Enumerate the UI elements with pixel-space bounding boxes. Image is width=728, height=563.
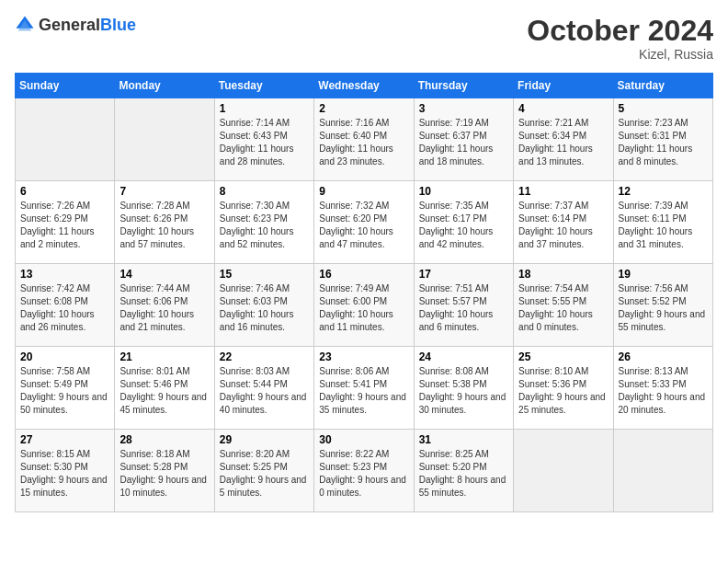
calendar-cell [115, 98, 214, 181]
calendar-cell: 31Sunrise: 8:25 AMSunset: 5:20 PMDayligh… [414, 430, 513, 512]
day-number: 18 [518, 268, 608, 281]
day-detail: Sunrise: 7:37 AMSunset: 6:14 PMDaylight:… [518, 200, 608, 251]
day-number: 17 [419, 268, 508, 281]
day-detail: Sunrise: 8:03 AMSunset: 5:44 PMDaylight:… [220, 365, 309, 417]
calendar-cell: 2Sunrise: 7:16 AMSunset: 6:40 PMDaylight… [314, 98, 414, 181]
day-detail: Sunrise: 7:28 AMSunset: 6:26 PMDaylight:… [119, 200, 209, 251]
logo-text-blue: Blue [100, 16, 136, 34]
day-number: 14 [119, 268, 209, 281]
calendar-week-4: 20Sunrise: 7:58 AMSunset: 5:49 PMDayligh… [16, 347, 713, 430]
day-detail: Sunrise: 7:42 AMSunset: 6:08 PMDaylight:… [20, 282, 109, 334]
day-detail: Sunrise: 7:30 AMSunset: 6:23 PMDaylight:… [220, 200, 309, 251]
calendar-cell: 29Sunrise: 8:20 AMSunset: 5:25 PMDayligh… [214, 430, 313, 512]
day-number: 2 [319, 102, 408, 115]
calendar-cell: 4Sunrise: 7:21 AMSunset: 6:34 PMDaylight… [514, 98, 613, 181]
day-detail: Sunrise: 7:21 AMSunset: 6:34 PMDaylight:… [518, 117, 608, 168]
day-detail: Sunrise: 7:44 AMSunset: 6:06 PMDaylight:… [119, 282, 209, 334]
day-number: 30 [319, 433, 408, 446]
calendar-cell: 10Sunrise: 7:35 AMSunset: 6:17 PMDayligh… [414, 181, 513, 264]
calendar-cell: 21Sunrise: 8:01 AMSunset: 5:46 PMDayligh… [115, 347, 214, 430]
day-detail: Sunrise: 7:51 AMSunset: 5:57 PMDaylight:… [419, 282, 508, 334]
day-number: 16 [319, 268, 408, 281]
day-detail: Sunrise: 7:35 AMSunset: 6:17 PMDaylight:… [419, 200, 508, 251]
calendar-cell: 6Sunrise: 7:26 AMSunset: 6:29 PMDaylight… [16, 181, 115, 264]
day-number: 25 [518, 350, 608, 363]
day-number: 24 [419, 350, 508, 363]
day-detail: Sunrise: 7:26 AMSunset: 6:29 PMDaylight:… [20, 200, 109, 251]
day-number: 6 [20, 185, 109, 198]
calendar-cell: 27Sunrise: 8:15 AMSunset: 5:30 PMDayligh… [16, 430, 115, 512]
calendar-cell: 3Sunrise: 7:19 AMSunset: 6:37 PMDaylight… [414, 98, 513, 181]
day-number: 4 [518, 102, 608, 115]
day-detail: Sunrise: 8:15 AMSunset: 5:30 PMDaylight:… [20, 448, 109, 500]
calendar-cell: 28Sunrise: 8:18 AMSunset: 5:28 PMDayligh… [115, 430, 214, 512]
day-number: 12 [619, 185, 708, 198]
day-number: 1 [220, 102, 309, 115]
calendar-cell: 23Sunrise: 8:06 AMSunset: 5:41 PMDayligh… [314, 347, 414, 430]
header-thursday: Thursday [414, 74, 513, 98]
calendar-cell: 5Sunrise: 7:23 AMSunset: 6:31 PMDaylight… [613, 98, 712, 181]
day-detail: Sunrise: 8:10 AMSunset: 5:36 PMDaylight:… [518, 365, 608, 417]
calendar-cell: 24Sunrise: 8:08 AMSunset: 5:38 PMDayligh… [414, 347, 513, 430]
calendar-cell: 11Sunrise: 7:37 AMSunset: 6:14 PMDayligh… [514, 181, 613, 264]
day-number: 7 [119, 185, 209, 198]
calendar-week-3: 13Sunrise: 7:42 AMSunset: 6:08 PMDayligh… [16, 264, 713, 347]
calendar-cell [514, 430, 613, 512]
day-detail: Sunrise: 7:14 AMSunset: 6:43 PMDaylight:… [220, 117, 309, 168]
day-detail: Sunrise: 8:18 AMSunset: 5:28 PMDaylight:… [119, 448, 209, 500]
calendar-cell: 7Sunrise: 7:28 AMSunset: 6:26 PMDaylight… [115, 181, 214, 264]
day-number: 3 [419, 102, 508, 115]
day-number: 22 [220, 350, 309, 363]
calendar-table: SundayMondayTuesdayWednesdayThursdayFrid… [15, 73, 713, 512]
day-number: 9 [319, 185, 408, 198]
day-detail: Sunrise: 8:25 AMSunset: 5:20 PMDaylight:… [419, 448, 508, 500]
page-header: GeneralBlue October 2024 Kizel, Russia [15, 15, 713, 62]
day-number: 11 [518, 185, 608, 198]
calendar-cell: 1Sunrise: 7:14 AMSunset: 6:43 PMDaylight… [214, 98, 313, 181]
day-detail: Sunrise: 8:06 AMSunset: 5:41 PMDaylight:… [319, 365, 408, 417]
day-detail: Sunrise: 7:46 AMSunset: 6:03 PMDaylight:… [220, 282, 309, 334]
day-number: 27 [20, 433, 109, 446]
day-detail: Sunrise: 7:56 AMSunset: 5:52 PMDaylight:… [619, 282, 708, 334]
logo-icon [15, 15, 35, 35]
day-number: 5 [619, 102, 708, 115]
header-saturday: Saturday [613, 74, 712, 98]
header-monday: Monday [115, 74, 214, 98]
logo-text-general: General [39, 16, 100, 34]
calendar-cell: 18Sunrise: 7:54 AMSunset: 5:55 PMDayligh… [514, 264, 613, 347]
calendar-cell: 9Sunrise: 7:32 AMSunset: 6:20 PMDaylight… [314, 181, 414, 264]
calendar-cell: 25Sunrise: 8:10 AMSunset: 5:36 PMDayligh… [514, 347, 613, 430]
day-detail: Sunrise: 7:19 AMSunset: 6:37 PMDaylight:… [419, 117, 508, 168]
day-detail: Sunrise: 7:32 AMSunset: 6:20 PMDaylight:… [319, 200, 408, 251]
logo: GeneralBlue [15, 15, 136, 35]
day-detail: Sunrise: 7:23 AMSunset: 6:31 PMDaylight:… [619, 117, 708, 168]
calendar-cell: 13Sunrise: 7:42 AMSunset: 6:08 PMDayligh… [16, 264, 115, 347]
day-number: 20 [20, 350, 109, 363]
day-number: 19 [619, 268, 708, 281]
location: Kizel, Russia [527, 47, 713, 62]
calendar-week-5: 27Sunrise: 8:15 AMSunset: 5:30 PMDayligh… [16, 430, 713, 512]
day-number: 26 [619, 350, 708, 363]
day-number: 10 [419, 185, 508, 198]
day-number: 28 [119, 433, 209, 446]
day-detail: Sunrise: 7:49 AMSunset: 6:00 PMDaylight:… [319, 282, 408, 334]
header-wednesday: Wednesday [314, 74, 414, 98]
day-number: 21 [119, 350, 209, 363]
calendar-week-2: 6Sunrise: 7:26 AMSunset: 6:29 PMDaylight… [16, 181, 713, 264]
calendar-cell: 22Sunrise: 8:03 AMSunset: 5:44 PMDayligh… [214, 347, 313, 430]
calendar-cell: 15Sunrise: 7:46 AMSunset: 6:03 PMDayligh… [214, 264, 313, 347]
calendar-cell: 19Sunrise: 7:56 AMSunset: 5:52 PMDayligh… [613, 264, 712, 347]
day-number: 13 [20, 268, 109, 281]
day-detail: Sunrise: 8:20 AMSunset: 5:25 PMDaylight:… [220, 448, 309, 500]
calendar-cell [613, 430, 712, 512]
calendar-header-row: SundayMondayTuesdayWednesdayThursdayFrid… [16, 74, 713, 98]
title-area: October 2024 Kizel, Russia [527, 15, 713, 62]
day-number: 29 [220, 433, 309, 446]
calendar-cell: 30Sunrise: 8:22 AMSunset: 5:23 PMDayligh… [314, 430, 414, 512]
calendar-cell: 16Sunrise: 7:49 AMSunset: 6:00 PMDayligh… [314, 264, 414, 347]
day-number: 31 [419, 433, 508, 446]
header-tuesday: Tuesday [214, 74, 313, 98]
calendar-cell: 12Sunrise: 7:39 AMSunset: 6:11 PMDayligh… [613, 181, 712, 264]
day-detail: Sunrise: 8:01 AMSunset: 5:46 PMDaylight:… [119, 365, 209, 417]
day-detail: Sunrise: 7:58 AMSunset: 5:49 PMDaylight:… [20, 365, 109, 417]
